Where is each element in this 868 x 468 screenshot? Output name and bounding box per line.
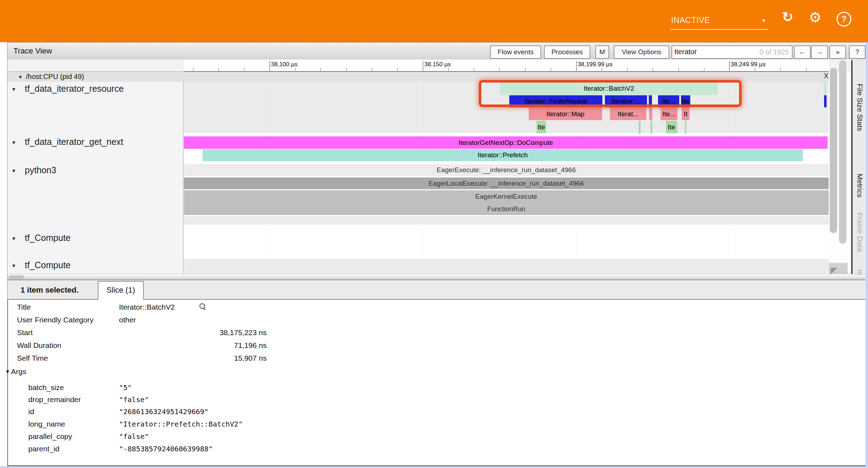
minor-tick (219, 68, 219, 71)
collapse-triangle-icon[interactable]: ▼ (11, 168, 16, 174)
track-label-row[interactable]: ▼ tf_data_iterator_resource (0, 83, 174, 96)
trace-event-band[interactable] (184, 259, 829, 274)
minor-tick (346, 68, 347, 71)
trace-event-slice[interactable]: Ite... (660, 108, 677, 120)
minor-tick (704, 68, 704, 71)
detail-row-label: Start (17, 326, 33, 339)
outer-vertical-scrollbar-thumb[interactable] (839, 60, 846, 244)
arg-value: "2686136324951429669" (119, 406, 209, 418)
detail-row-value: 71,196 ns (119, 339, 267, 352)
track-label-row[interactable]: ▼ tf_Compute (0, 232, 174, 245)
arg-name: drop_remainder (28, 394, 81, 406)
collapse-triangle-icon[interactable]: ▼ (11, 236, 16, 241)
process-header[interactable]: ▼ /host:CPU (pid 49) (7, 72, 865, 83)
arg-name: batch_size (28, 382, 64, 394)
trace-event-slice[interactable]: Iterator::Prefetch (203, 149, 803, 161)
major-tick: 38,249.99 µs (729, 61, 730, 71)
trace-event-band[interactable]: EagerLocalExecute: __inference_run_datas… (184, 177, 829, 189)
trace-event-slice[interactable] (824, 82, 827, 95)
find-previous-button[interactable]: ← (794, 45, 811, 59)
detail-row-label: Title (17, 301, 31, 314)
trace-event-slice[interactable]: IteratorGetNextOp::DoCompute (184, 136, 828, 149)
track-label-text: tf_data_iterator_resource (25, 84, 124, 94)
side-tab[interactable]: Metrics (853, 174, 864, 198)
detail-row-label: Wall Duration (17, 339, 61, 352)
find-next-button[interactable]: → (811, 45, 828, 59)
collapse-triangle-icon[interactable]: ▼ (11, 86, 16, 92)
trace-event-slice[interactable]: Ite... (658, 95, 679, 107)
trace-event-slice[interactable]: Ite (681, 95, 690, 107)
reload-icon[interactable]: ↻ (780, 9, 795, 27)
chevron-down-icon: ▼ (761, 18, 766, 23)
trace-event-slice[interactable]: Iterator::BatchV2 (500, 82, 718, 95)
tick-label: 38,199.99 µs (578, 61, 613, 68)
horizontal-scrollbar-thumb[interactable] (8, 275, 24, 279)
processes-button[interactable]: Processes (544, 45, 590, 59)
side-tab[interactable]: In (853, 269, 864, 276)
minor-tick (627, 68, 628, 71)
selection-count-label: 1 item selected. (21, 286, 79, 295)
gear-icon[interactable]: ⚙ (807, 9, 823, 27)
args-expander[interactable]: ▼ Args (0, 365, 212, 378)
trace-event-slice[interactable]: Iterator::FiniteRepeat (509, 95, 602, 107)
side-tab[interactable]: File Size Stats (853, 84, 864, 131)
trace-event-slice[interactable]: Ite (537, 121, 546, 133)
trace-event-slice[interactable]: Iterator:... (605, 95, 647, 107)
track-label-row[interactable]: ▼ tf_Compute (0, 259, 174, 272)
minor-tick (372, 68, 372, 71)
minor-tick (397, 68, 398, 71)
detail-row-value: Iterator::BatchV2 (119, 301, 175, 314)
trace-event-slice[interactable] (649, 108, 652, 120)
minor-tick (679, 68, 679, 71)
arg-name: long_name (28, 418, 65, 430)
view-options-button[interactable]: View Options (614, 45, 669, 59)
status-dropdown[interactable]: INACTIVE ▼ (670, 13, 768, 30)
trace-event-band[interactable] (184, 216, 829, 225)
flow-events-button[interactable]: Flow events (490, 45, 541, 59)
shortcuts-help-button[interactable]: ? (849, 45, 866, 59)
collapse-controls-button[interactable]: » (829, 45, 846, 59)
collapse-triangle-icon[interactable]: ▼ (18, 74, 23, 80)
trace-viewer-page: INACTIVE ▼ ↻ ⚙ ? Trace View Flow events … (0, 0, 868, 468)
minor-tick (806, 68, 806, 71)
track-label-text: tf_data_iterator_get_next (25, 137, 123, 147)
track-label-text: python3 (25, 165, 56, 175)
arg-value: "-8853857924060639988" (119, 443, 213, 455)
page-title: Trace View (13, 46, 52, 56)
trace-event-slice[interactable]: Ite (666, 121, 677, 133)
trace-event-band[interactable]: FunctionRun (184, 203, 829, 215)
minor-tick (474, 68, 474, 71)
collapse-triangle-icon[interactable]: ▼ (11, 140, 16, 145)
search-value-icon[interactable] (199, 303, 206, 310)
minor-tick (780, 68, 781, 71)
help-icon[interactable]: ? (836, 12, 851, 27)
side-tab[interactable]: Frame Data (853, 213, 864, 252)
horizontal-scrollbar[interactable] (7, 274, 865, 280)
m-button[interactable]: M (595, 45, 609, 59)
minor-tick (602, 68, 602, 71)
track-label-row[interactable]: ▼ python3 (0, 164, 174, 177)
minor-tick (193, 68, 193, 71)
trace-event-slice[interactable]: Iterat... (610, 108, 646, 120)
trace-event-slice[interactable]: It (682, 108, 690, 120)
trace-event-slice[interactable] (651, 121, 652, 134)
collapse-triangle-icon[interactable]: ▼ (11, 263, 16, 269)
tab-slice[interactable]: Slice (1) (98, 281, 144, 300)
detail-row-label: Self Time (17, 352, 48, 365)
trace-event-slice[interactable] (824, 95, 827, 107)
track-label-row[interactable]: ▼ tf_data_iterator_get_next (0, 136, 174, 149)
trace-event-slice[interactable] (639, 121, 641, 134)
detail-row-value: other (119, 314, 136, 326)
trace-event-band[interactable]: EagerExecute: __inference_run_dataset_49… (184, 164, 829, 176)
minor-tick (525, 68, 526, 71)
collapse-triangle-icon: ▼ (5, 365, 10, 378)
arg-value: "false" (119, 394, 149, 406)
find-input[interactable]: Iterator 0 of 1925 (671, 45, 793, 59)
trace-event-band[interactable]: EagerKernelExecute (184, 190, 829, 203)
trace-event-slice[interactable]: Iterator::Map (529, 108, 602, 120)
process-header-label: /host:CPU (pid 49) (26, 73, 84, 81)
trace-event-slice[interactable] (649, 95, 652, 107)
major-tick: 38,150 µs (423, 61, 423, 71)
vertical-scrollbar-thumb[interactable] (830, 68, 837, 233)
trace-event-slice[interactable] (685, 121, 686, 134)
